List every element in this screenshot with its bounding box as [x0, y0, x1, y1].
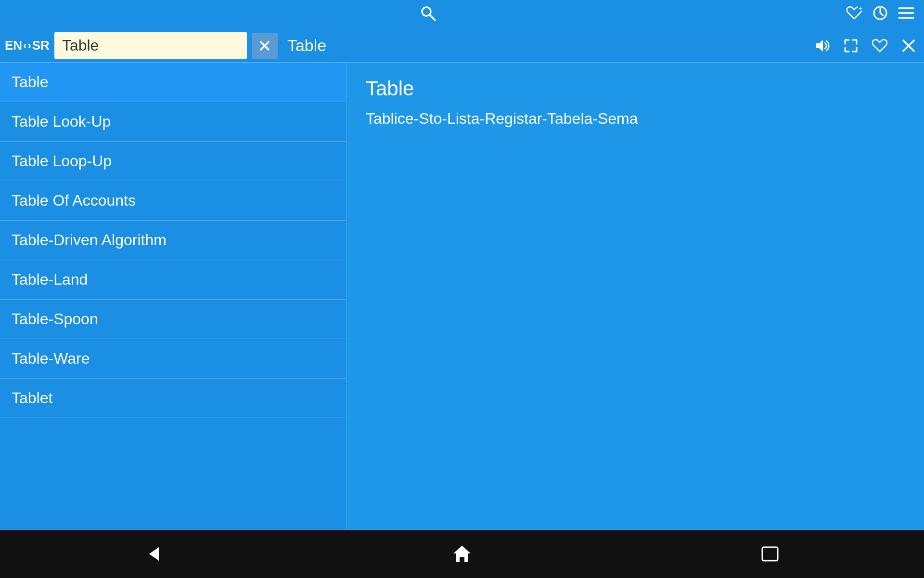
- top-bar-center: [10, 4, 846, 25]
- svg-marker-14: [453, 546, 471, 562]
- back-button[interactable]: [135, 539, 173, 568]
- close-icon[interactable]: [898, 35, 919, 56]
- list-item[interactable]: Table Look-Up: [0, 102, 346, 142]
- search-icon[interactable]: [419, 4, 436, 25]
- menu-icon[interactable]: [898, 6, 914, 23]
- list-item[interactable]: Table-Land: [0, 260, 346, 300]
- lang-arrow-left: ‹: [23, 39, 26, 52]
- top-bar-right: +: [846, 5, 914, 25]
- list-item[interactable]: Table-Ware: [0, 339, 346, 379]
- clear-button[interactable]: [252, 33, 278, 59]
- svg-text:+: +: [859, 6, 862, 11]
- main-content: Table Table Look-Up Table Loop-Up Table …: [0, 63, 924, 530]
- svg-marker-13: [149, 547, 159, 561]
- history-icon[interactable]: [872, 5, 888, 25]
- search-bar: EN ‹ › SR Table: [0, 29, 924, 63]
- svg-rect-15: [762, 547, 778, 561]
- heart-icon[interactable]: [869, 35, 890, 56]
- list-item[interactable]: Table-Spoon: [0, 300, 346, 339]
- result-label: Table: [287, 36, 326, 55]
- lang-arrow-right: ›: [27, 39, 31, 52]
- recent-apps-button[interactable]: [751, 539, 789, 568]
- search-bar-actions: [811, 35, 919, 56]
- sub-translation: Tablice-Sto-Lista-Registar-Tabela-Sema: [366, 110, 905, 128]
- fullscreen-icon[interactable]: [840, 35, 861, 56]
- word-list: Table Table Look-Up Table Loop-Up Table …: [0, 63, 346, 530]
- list-item[interactable]: Table-Driven Algorithm: [0, 221, 346, 260]
- search-input[interactable]: [54, 32, 247, 59]
- translation-detail: Table Tablice-Sto-Lista-Registar-Tabela-…: [346, 63, 924, 530]
- bottom-nav: [0, 530, 924, 578]
- favorite-icon[interactable]: +: [846, 6, 862, 24]
- volume-icon[interactable]: [811, 35, 833, 56]
- list-item[interactable]: Tablet: [0, 379, 346, 418]
- list-item[interactable]: Table: [0, 63, 346, 102]
- svg-line-1: [430, 15, 435, 20]
- list-item[interactable]: Table Of Accounts: [0, 181, 346, 221]
- home-button[interactable]: [443, 539, 481, 568]
- top-bar: +: [0, 0, 924, 29]
- lang-to: SR: [32, 38, 50, 53]
- lang-from: EN: [5, 38, 22, 53]
- list-item[interactable]: Table Loop-Up: [0, 142, 346, 181]
- lang-switcher[interactable]: EN ‹ › SR: [5, 38, 50, 53]
- svg-marker-10: [816, 40, 823, 52]
- main-translation: Table: [366, 77, 905, 100]
